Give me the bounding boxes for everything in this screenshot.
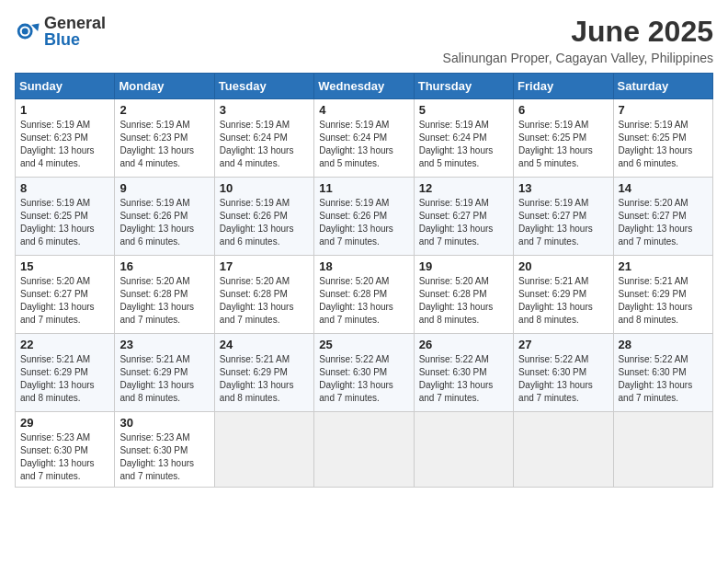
- weekday-header-tuesday: Tuesday: [214, 74, 313, 99]
- calendar-cell: 28 Sunrise: 5:22 AMSunset: 6:30 PMDaylig…: [613, 334, 712, 412]
- week-row-1: 1 Sunrise: 5:19 AMSunset: 6:23 PMDayligh…: [16, 99, 713, 178]
- day-number: 8: [20, 181, 109, 195]
- cell-info: Sunrise: 5:19 AMSunset: 6:24 PMDaylight:…: [220, 120, 294, 168]
- calendar-cell: 12 Sunrise: 5:19 AMSunset: 6:27 PMDaylig…: [414, 178, 513, 256]
- calendar-cell: 21 Sunrise: 5:21 AMSunset: 6:29 PMDaylig…: [613, 256, 712, 334]
- calendar-cell: 5 Sunrise: 5:19 AMSunset: 6:24 PMDayligh…: [414, 99, 513, 178]
- day-number: 15: [20, 259, 109, 273]
- logo: General Blue: [15, 15, 106, 48]
- cell-info: Sunrise: 5:19 AMSunset: 6:24 PMDaylight:…: [319, 120, 393, 168]
- cell-info: Sunrise: 5:19 AMSunset: 6:25 PMDaylight:…: [518, 120, 593, 168]
- calendar-cell: 8 Sunrise: 5:19 AMSunset: 6:25 PMDayligh…: [16, 178, 115, 256]
- calendar-cell: 29 Sunrise: 5:23 AMSunset: 6:30 PMDaylig…: [16, 412, 115, 488]
- day-number: 7: [619, 103, 708, 117]
- week-row-5: 29 Sunrise: 5:23 AMSunset: 6:30 PMDaylig…: [16, 412, 713, 488]
- cell-info: Sunrise: 5:19 AMSunset: 6:27 PMDaylight:…: [419, 198, 494, 247]
- cell-info: Sunrise: 5:21 AMSunset: 6:29 PMDaylight:…: [518, 276, 593, 325]
- calendar-cell: 18 Sunrise: 5:20 AMSunset: 6:28 PMDaylig…: [314, 256, 414, 334]
- day-number: 5: [419, 103, 508, 117]
- calendar-cell: 27 Sunrise: 5:22 AMSunset: 6:30 PMDaylig…: [514, 334, 613, 412]
- day-number: 24: [220, 338, 309, 351]
- weekday-header-friday: Friday: [514, 74, 613, 99]
- cell-info: Sunrise: 5:20 AMSunset: 6:28 PMDaylight:…: [319, 276, 393, 325]
- day-number: 4: [319, 103, 408, 117]
- calendar-cell: 2 Sunrise: 5:19 AMSunset: 6:23 PMDayligh…: [115, 99, 214, 178]
- cell-info: Sunrise: 5:21 AMSunset: 6:29 PMDaylight:…: [119, 354, 194, 403]
- cell-info: Sunrise: 5:20 AMSunset: 6:28 PMDaylight:…: [119, 276, 194, 325]
- cell-info: Sunrise: 5:20 AMSunset: 6:27 PMDaylight:…: [619, 198, 693, 247]
- day-number: 12: [419, 181, 508, 195]
- day-number: 9: [119, 181, 209, 195]
- calendar-cell: 14 Sunrise: 5:20 AMSunset: 6:27 PMDaylig…: [613, 178, 712, 256]
- cell-info: Sunrise: 5:23 AMSunset: 6:30 PMDaylight:…: [20, 432, 95, 481]
- weekday-header-saturday: Saturday: [613, 74, 712, 99]
- cell-info: Sunrise: 5:21 AMSunset: 6:29 PMDaylight:…: [619, 276, 693, 325]
- day-number: 20: [518, 259, 608, 273]
- week-row-4: 22 Sunrise: 5:21 AMSunset: 6:29 PMDaylig…: [16, 334, 713, 412]
- cell-info: Sunrise: 5:21 AMSunset: 6:29 PMDaylight:…: [20, 354, 95, 403]
- calendar-cell: 19 Sunrise: 5:20 AMSunset: 6:28 PMDaylig…: [414, 256, 513, 334]
- day-number: 11: [319, 181, 408, 195]
- calendar-cell: 30 Sunrise: 5:23 AMSunset: 6:30 PMDaylig…: [115, 412, 214, 488]
- calendar-cell: [613, 412, 712, 488]
- calendar-cell: 11 Sunrise: 5:19 AMSunset: 6:26 PMDaylig…: [314, 178, 414, 256]
- day-number: 28: [619, 338, 708, 351]
- cell-info: Sunrise: 5:22 AMSunset: 6:30 PMDaylight:…: [619, 354, 693, 403]
- day-number: 21: [619, 259, 708, 273]
- day-number: 1: [20, 103, 109, 117]
- cell-info: Sunrise: 5:22 AMSunset: 6:30 PMDaylight:…: [319, 354, 393, 403]
- cell-info: Sunrise: 5:20 AMSunset: 6:27 PMDaylight:…: [20, 276, 95, 325]
- day-number: 17: [220, 259, 309, 273]
- day-number: 3: [220, 103, 309, 117]
- logo-general: General: [44, 14, 106, 32]
- calendar-cell: 25 Sunrise: 5:22 AMSunset: 6:30 PMDaylig…: [314, 334, 414, 412]
- cell-info: Sunrise: 5:19 AMSunset: 6:25 PMDaylight:…: [619, 120, 693, 168]
- logo-blue: Blue: [44, 30, 80, 49]
- cell-info: Sunrise: 5:19 AMSunset: 6:26 PMDaylight:…: [119, 198, 194, 247]
- cell-info: Sunrise: 5:20 AMSunset: 6:28 PMDaylight:…: [220, 276, 294, 325]
- logo-icon: [15, 18, 40, 44]
- calendar-cell: 3 Sunrise: 5:19 AMSunset: 6:24 PMDayligh…: [214, 99, 313, 178]
- cell-info: Sunrise: 5:19 AMSunset: 6:23 PMDaylight:…: [119, 120, 194, 168]
- cell-info: Sunrise: 5:21 AMSunset: 6:29 PMDaylight:…: [220, 354, 294, 403]
- day-number: 10: [220, 181, 309, 195]
- calendar-cell: 26 Sunrise: 5:22 AMSunset: 6:30 PMDaylig…: [414, 334, 513, 412]
- cell-info: Sunrise: 5:19 AMSunset: 6:24 PMDaylight:…: [419, 120, 494, 168]
- cell-info: Sunrise: 5:19 AMSunset: 6:27 PMDaylight:…: [518, 198, 593, 247]
- cell-info: Sunrise: 5:19 AMSunset: 6:26 PMDaylight:…: [319, 198, 393, 247]
- calendar-cell: [514, 412, 613, 488]
- calendar-cell: 23 Sunrise: 5:21 AMSunset: 6:29 PMDaylig…: [115, 334, 214, 412]
- header: General Blue June 2025 Salinungan Proper…: [15, 15, 713, 65]
- calendar-cell: [414, 412, 513, 488]
- cell-info: Sunrise: 5:23 AMSunset: 6:30 PMDaylight:…: [119, 432, 194, 481]
- calendar-table: SundayMondayTuesdayWednesdayThursdayFrid…: [15, 73, 713, 488]
- month-title: June 2025: [443, 15, 713, 49]
- week-row-3: 15 Sunrise: 5:20 AMSunset: 6:27 PMDaylig…: [16, 256, 713, 334]
- day-number: 27: [518, 338, 608, 351]
- calendar-cell: 16 Sunrise: 5:20 AMSunset: 6:28 PMDaylig…: [115, 256, 214, 334]
- day-number: 19: [419, 259, 508, 273]
- day-number: 26: [419, 338, 508, 351]
- day-number: 16: [119, 259, 209, 273]
- cell-info: Sunrise: 5:22 AMSunset: 6:30 PMDaylight:…: [419, 354, 494, 403]
- day-number: 30: [119, 416, 209, 430]
- day-number: 22: [20, 338, 109, 351]
- cell-info: Sunrise: 5:19 AMSunset: 6:26 PMDaylight:…: [220, 198, 294, 247]
- calendar-cell: 9 Sunrise: 5:19 AMSunset: 6:26 PMDayligh…: [115, 178, 214, 256]
- calendar-cell: 7 Sunrise: 5:19 AMSunset: 6:25 PMDayligh…: [613, 99, 712, 178]
- cell-info: Sunrise: 5:20 AMSunset: 6:28 PMDaylight:…: [419, 276, 494, 325]
- day-number: 2: [119, 103, 209, 117]
- calendar-cell: 20 Sunrise: 5:21 AMSunset: 6:29 PMDaylig…: [514, 256, 613, 334]
- title-area: June 2025 Salinungan Proper, Cagayan Val…: [443, 15, 713, 65]
- logo-text: General Blue: [44, 15, 106, 48]
- calendar-cell: 13 Sunrise: 5:19 AMSunset: 6:27 PMDaylig…: [514, 178, 613, 256]
- calendar-cell: 1 Sunrise: 5:19 AMSunset: 6:23 PMDayligh…: [16, 99, 115, 178]
- day-number: 13: [518, 181, 608, 195]
- weekday-header-monday: Monday: [115, 74, 214, 99]
- calendar-cell: 10 Sunrise: 5:19 AMSunset: 6:26 PMDaylig…: [214, 178, 313, 256]
- day-number: 23: [119, 338, 209, 351]
- week-row-2: 8 Sunrise: 5:19 AMSunset: 6:25 PMDayligh…: [16, 178, 713, 256]
- cell-info: Sunrise: 5:19 AMSunset: 6:25 PMDaylight:…: [20, 198, 95, 247]
- day-number: 14: [619, 181, 708, 195]
- calendar-cell: 15 Sunrise: 5:20 AMSunset: 6:27 PMDaylig…: [16, 256, 115, 334]
